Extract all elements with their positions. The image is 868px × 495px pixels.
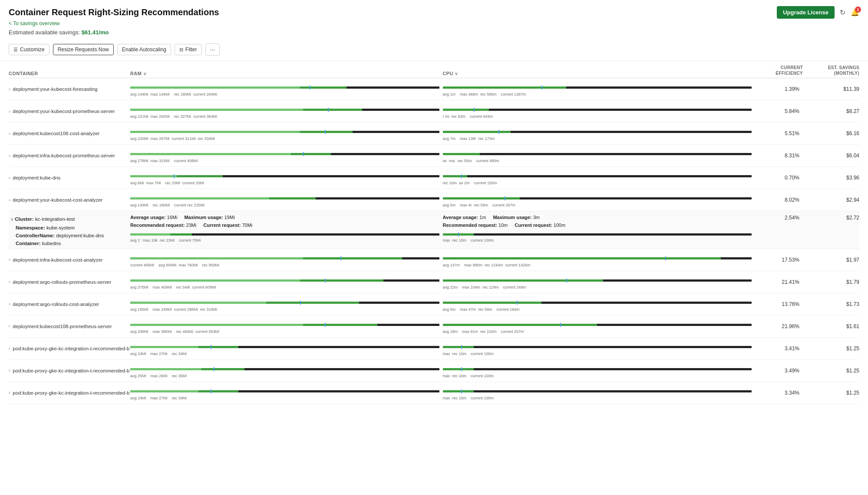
chevron-right-icon[interactable]: › <box>9 279 10 284</box>
col-header-ram: RAM ∨ <box>130 71 443 76</box>
customize-button[interactable]: ☰ Customize <box>9 44 50 55</box>
table-row: › deployment:infra-kubecost-cost-analyze… <box>9 249 859 271</box>
ram-labels: avg 25Mi max 26Mi rec 35Mi <box>130 374 187 378</box>
container-name: deployment:argo-rollouts-prometheus-serv… <box>13 279 111 285</box>
cpu-max-val: 3m <box>533 215 540 220</box>
cpu-labels: avg 1m max 468m rec 585m current 1387m <box>443 92 526 96</box>
container-label: Container: <box>16 241 41 246</box>
chevron-right-icon[interactable]: › <box>9 131 10 136</box>
ram-labels: avg 338Mi max 395Mi rec 494Mi current 55… <box>130 329 219 334</box>
filter-label: Filter <box>185 47 197 53</box>
cpu-bar-cell: rec 10m ax 2m current 150m <box>443 170 756 185</box>
cpu-labels: avg 5m max 4r rec 59m current 267m <box>443 203 516 207</box>
chevron-down-icon[interactable]: ∨ <box>10 217 13 222</box>
filter-icon: ⊟ <box>179 47 183 53</box>
breadcrumb[interactable]: To savings overview <box>0 19 868 28</box>
refresh-button[interactable]: ↻ <box>840 8 845 17</box>
table-row: › deployment:kubecost108-prometheus-serv… <box>9 316 859 338</box>
table-row: › deployment:infra-kubecost-prometheus-s… <box>9 145 859 167</box>
efficiency-value: 3.41% <box>755 346 803 352</box>
table-row: › deployment:your-kubecost-cost-analyzer… <box>9 189 859 211</box>
savings-value: $1.73 <box>803 301 859 307</box>
row-name: › pod:kube-proxy-gke-kc-integration-t-re… <box>9 346 130 351</box>
chevron-right-icon[interactable]: › <box>9 390 10 395</box>
savings-value: $1.61 <box>803 323 859 329</box>
chevron-right-icon[interactable]: › <box>9 153 10 158</box>
table-row: › pod:kube-proxy-gke-kc-integration-t-re… <box>9 382 859 404</box>
ram-bar-cell: avg 338Mi max 395Mi rec 494Mi current 55… <box>130 319 443 334</box>
ns-label: Namespace: <box>16 225 45 230</box>
row-name: › deployment:kubecost108-cost-analyzer <box>9 131 130 136</box>
savings-value: $8.27 <box>803 108 859 114</box>
ram-bar-cell: avg 25Mi max 26Mi rec 35Mi <box>130 363 443 378</box>
savings-value: $3.96 <box>803 175 859 181</box>
cpu-bar-cell: max rec 10m current 100m <box>443 385 756 400</box>
savings-line: Estimated available savings: $61.41/mo <box>0 28 868 40</box>
row-name: › deployment:your-kubecost-prometheus-se… <box>9 109 130 114</box>
ram-labels: avg 24Mi max 27Mi rec 34Mi <box>130 396 187 400</box>
ram-rec-val: 23Mi <box>186 223 196 228</box>
savings-value: $1.25 <box>803 390 859 396</box>
container-name: deployment:infra-kubecost-prometheus-ser… <box>13 153 115 158</box>
efficiency-value: 17.53% <box>755 257 803 263</box>
cpu-cur-val: 100m <box>554 223 566 228</box>
table-row: › deployment:argo-rollouts-prometheus-se… <box>9 271 859 293</box>
ram-labels: current 465Mi avg 600Mi max 760Mi rec 95… <box>130 263 219 267</box>
cpu-labels: avg 22m max 104m rec 129m current 249m <box>443 285 526 289</box>
chevron-right-icon[interactable]: › <box>9 324 10 329</box>
savings-value: $6.04 <box>803 153 859 159</box>
cpu-sort-icon[interactable]: ∨ <box>455 71 458 76</box>
expanded-ram-metrics: Average usage: 16Mi Maximum usage: 19Mi … <box>130 215 443 248</box>
ram-bar-cell: avg 149Mi rec 180Mi current rec 225Mi <box>130 193 443 207</box>
filter-button[interactable]: ⊟ Filter <box>175 44 202 55</box>
row-name: › deployment:argo-rollouts-prometheus-se… <box>9 279 130 285</box>
efficiency-value: 21.96% <box>755 323 803 329</box>
ram-labels: avg 220Mi max 267Mi current 311Mi rec 33… <box>130 136 215 141</box>
expanded-info: ∨ Cluster: kc-integration-test Namespace… <box>9 215 130 248</box>
chevron-right-icon[interactable]: › <box>9 368 10 373</box>
cluster-value: kc-integration-test <box>35 216 75 222</box>
efficiency-value: 3.34% <box>755 390 803 396</box>
more-button[interactable]: ··· <box>205 43 220 56</box>
savings-value: $1.79 <box>803 279 859 285</box>
efficiency-value: 5.51% <box>755 130 803 136</box>
ram-labels: avg 6Mi max 7Mi rec 20Mi current 20Mi <box>130 181 204 185</box>
cpu-bar-cell: r mi rec 63m current 643m <box>443 104 756 119</box>
row-name: › deployment:infra-kubecost-prometheus-s… <box>9 153 130 158</box>
efficiency-value: 3.49% <box>755 368 803 374</box>
ram-max-label: Maximum usage: <box>184 215 223 220</box>
efficiency-value: 8.02% <box>755 197 803 203</box>
resize-button[interactable]: Resize Requests Now <box>53 44 114 55</box>
container-name: pod:kube-proxy-gke-kc-integration-t-reco… <box>13 390 129 395</box>
efficiency-value: 21.41% <box>755 279 803 285</box>
col-header-savings: EST. SAVINGS(MONTHLY) <box>803 65 859 76</box>
container-name: pod:kube-proxy-gke-kc-integration-t-reco… <box>13 368 129 373</box>
ram-bar-cell: avg 221Mi max 262Mi rec 327Mi current 36… <box>130 104 443 119</box>
ram-labels: avg 24Mi max 27Mi rec 34Mi <box>130 352 187 356</box>
container-name: deployment:kubecost108-prometheus-server <box>13 324 112 329</box>
upgrade-button[interactable]: Upgrade License <box>777 6 835 19</box>
savings-value: $1.97 <box>803 257 859 263</box>
savings-value: $2.94 <box>803 197 859 203</box>
efficiency-value: 2.54% <box>755 215 803 248</box>
page-title: Container Request Right-Sizing Recommend… <box>9 7 219 17</box>
chevron-right-icon[interactable]: › <box>9 257 10 262</box>
autoscaling-button[interactable]: Enable Autoscaling <box>117 44 171 55</box>
chevron-right-icon[interactable]: › <box>9 109 10 114</box>
chevron-right-icon[interactable]: › <box>9 87 10 92</box>
notifications-button[interactable]: 🔔 1 <box>851 8 859 17</box>
ram-labels: avg 144Mi max 144Mi rec 180Mi current 20… <box>130 92 217 96</box>
row-name: › pod:kube-proxy-gke-kc-integration-t-re… <box>9 368 130 373</box>
ram-bar-cell: avg 24Mi max 27Mi rec 34Mi <box>130 341 443 356</box>
chevron-right-icon[interactable]: › <box>9 176 10 180</box>
row-name: › deployment:argo-rollouts-cost-analyzer <box>9 302 130 307</box>
expanded-cpu-metrics: Average usage: 1m Maximum usage: 3m Reco… <box>443 215 756 248</box>
ram-avg-val: 16Mi <box>167 215 178 220</box>
container-name: deployment:your-kubecost-cost-analyzer <box>13 197 102 203</box>
chevron-right-icon[interactable]: › <box>9 198 10 203</box>
more-icon: ··· <box>210 46 215 53</box>
chevron-right-icon[interactable]: › <box>9 346 10 351</box>
efficiency-value: 8.31% <box>755 153 803 159</box>
ram-sort-icon[interactable]: ∨ <box>143 71 146 76</box>
chevron-right-icon[interactable]: › <box>9 302 10 306</box>
